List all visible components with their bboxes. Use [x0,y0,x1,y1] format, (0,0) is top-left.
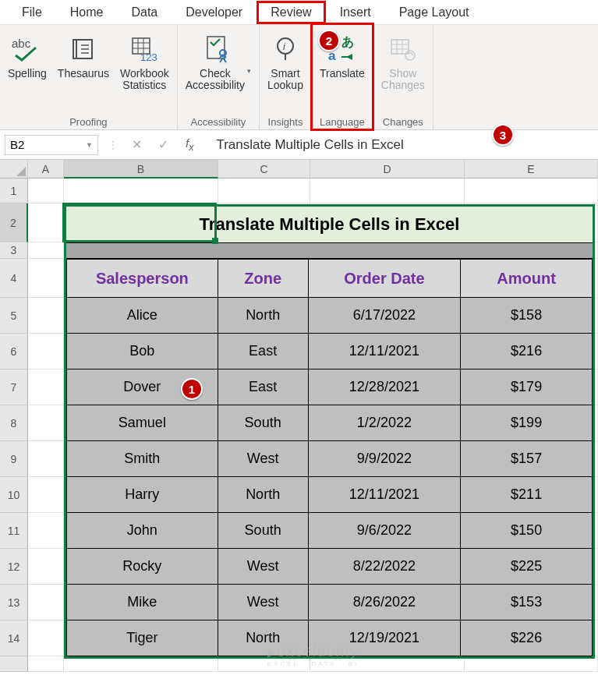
col-header-B[interactable]: B [64,160,218,179]
cell[interactable] [28,298,64,334]
row-header-11[interactable]: 11 [0,513,28,549]
table-data-cell[interactable]: Smith [66,441,218,477]
tab-home[interactable]: Home [56,1,118,24]
row-header-10[interactable]: 10 [0,477,28,513]
cell[interactable] [310,656,465,672]
table-data-cell[interactable]: Alice [66,298,218,334]
table-data-cell[interactable]: 12/11/2021 [309,334,462,369]
table-header-cell[interactable]: Amount [461,260,593,298]
tab-insert[interactable]: Insert [326,1,385,24]
table-data-cell[interactable]: 9/6/2022 [309,513,462,549]
cell[interactable] [64,179,218,203]
table-data-cell[interactable]: $153 [461,585,593,620]
table-data-cell[interactable]: 1/2/2022 [309,405,462,441]
cell[interactable] [310,179,465,203]
col-header-D[interactable]: D [310,160,465,179]
table-data-cell[interactable]: North [218,477,309,513]
spelling-button[interactable]: abc Spelling [5,29,50,94]
tab-file[interactable]: File [8,1,56,24]
cell[interactable] [28,179,64,203]
row-header-1[interactable]: 1 [0,179,28,203]
row-header-6[interactable]: 6 [0,334,28,369]
table-data-cell[interactable]: $225 [461,549,593,585]
table-data-cell[interactable]: 12/19/2021 [309,620,462,656]
table-data-cell[interactable]: $199 [461,405,593,441]
cell[interactable] [28,369,64,405]
grid-body[interactable]: Translate Multiple Cells in Excel Salesp… [28,179,598,672]
row-header-14[interactable]: 14 [0,620,28,656]
formula-cancel-icon[interactable]: ✕ [125,137,148,152]
cell[interactable] [28,242,64,259]
cell[interactable] [28,513,64,549]
name-box-dropdown-icon[interactable]: ▼ [86,141,93,149]
table-data-cell[interactable]: Tiger [66,620,218,656]
table-data-cell[interactable]: Bob [66,334,218,369]
cell[interactable] [28,259,64,298]
table-header-cell[interactable]: Order Date [309,260,462,298]
cell[interactable] [28,334,64,369]
col-header-C[interactable]: C [218,160,310,179]
table-data-cell[interactable]: South [218,405,309,441]
cell[interactable] [218,656,310,672]
row-header-13[interactable]: 13 [0,585,28,620]
row-header-5[interactable]: 5 [0,298,28,334]
formula-input[interactable]: Translate Multiple Cells in Excel [204,137,598,153]
table-header-cell[interactable]: Zone [218,260,309,298]
table-data-cell[interactable]: South [218,513,309,549]
table-data-cell[interactable]: West [218,585,309,620]
table-data-cell[interactable]: 9/9/2022 [309,441,462,477]
table-data-cell[interactable]: 12/28/2021 [309,369,462,405]
table-data-cell[interactable]: West [218,549,309,585]
cell[interactable] [218,179,310,203]
table-data-cell[interactable]: 8/22/2022 [309,549,462,585]
table-data-cell[interactable]: Samuel [66,405,218,441]
select-all-corner[interactable] [0,160,28,179]
row-header-2[interactable]: 2 [0,203,28,242]
table-data-cell[interactable]: $158 [461,298,593,334]
table-data-cell[interactable]: John [66,513,218,549]
table-data-cell[interactable]: North [218,620,309,656]
table-data-cell[interactable]: $157 [461,441,593,477]
fx-icon[interactable]: fx [178,136,201,153]
table-data-cell[interactable]: East [218,369,309,405]
table-data-cell[interactable]: Mike [66,585,218,620]
row-header-3[interactable]: 3 [0,242,28,259]
table-header-cell[interactable]: Salesperson [66,260,218,298]
cell[interactable] [465,656,598,672]
cell[interactable] [28,585,64,620]
cell[interactable] [28,203,64,242]
row-header-9[interactable]: 9 [0,441,28,477]
cell[interactable] [28,620,64,656]
row-header-12[interactable]: 12 [0,549,28,585]
row-header-15[interactable] [0,656,28,672]
table-data-cell[interactable]: West [218,441,309,477]
workbook-statistics-button[interactable]: 123 Workbook Statistics [117,29,172,94]
cell[interactable] [28,441,64,477]
cell[interactable] [28,656,64,672]
tab-developer[interactable]: Developer [172,1,257,24]
row-header-4[interactable]: 4 [0,259,28,298]
col-header-A[interactable]: A [28,160,64,179]
table-data-cell[interactable]: Rocky [66,549,218,585]
smart-lookup-button[interactable]: i Smart Lookup [264,29,306,94]
table-data-cell[interactable]: East [218,334,309,369]
cell[interactable] [64,656,218,672]
table-data-cell[interactable]: North [218,298,309,334]
name-box[interactable]: B2 ▼ [5,135,98,155]
table-data-cell[interactable]: $226 [461,620,593,656]
cell[interactable] [28,549,64,585]
table-data-cell[interactable]: $216 [461,334,593,369]
cell[interactable] [28,405,64,441]
check-accessibility-button[interactable]: Check Accessibility▾ [182,29,254,94]
cell[interactable] [28,477,64,513]
table-data-cell[interactable]: $211 [461,477,593,513]
table-data-cell[interactable]: 6/17/2022 [309,298,462,334]
tab-data[interactable]: Data [117,1,172,24]
table-data-cell[interactable]: $150 [461,513,593,549]
col-header-E[interactable]: E [465,160,598,179]
tab-page-layout[interactable]: Page Layout [385,1,483,24]
row-header-7[interactable]: 7 [0,369,28,405]
table-data-cell[interactable]: $179 [461,369,593,405]
cell[interactable] [465,179,598,203]
table-data-cell[interactable]: Harry [66,477,218,513]
